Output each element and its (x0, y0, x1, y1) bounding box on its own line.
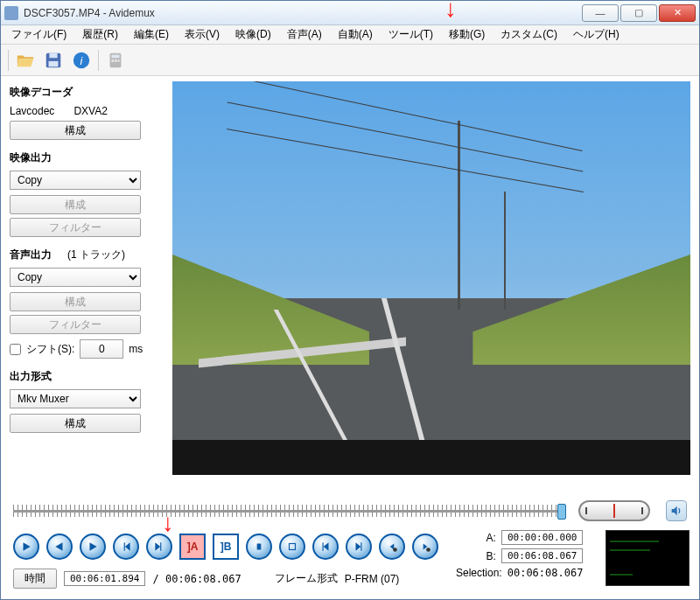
selection-time: 00:06:08.067 (508, 567, 584, 579)
decoder-config-button[interactable]: 構成 (10, 121, 141, 140)
calculator-icon[interactable] (104, 49, 127, 72)
close-button[interactable]: ✕ (659, 4, 696, 22)
set-b-button[interactable]: ]B (213, 534, 239, 560)
menu-help[interactable]: ヘルプ(H) (566, 25, 626, 44)
audio-config-button[interactable]: 構成 (10, 292, 141, 311)
menu-go[interactable]: 移動(G) (442, 25, 492, 44)
app-window: DSCF3057.MP4 - Avidemux ― ▢ ✕ ファイル(F) 履歴… (0, 0, 700, 600)
audio-out-heading: 音声出力 (10, 248, 52, 262)
menu-recent[interactable]: 履歴(R) (75, 25, 125, 44)
open-icon[interactable] (14, 49, 37, 72)
goto-end-button[interactable] (346, 534, 372, 560)
total-time: / 00:06:08.067 (152, 573, 241, 585)
audio-tracks: (1 トラック) (67, 248, 125, 262)
frame-type-value: P-FRM (07) (345, 573, 400, 585)
decoder-name: Lavcodec (10, 105, 54, 117)
jog-wheel[interactable] (578, 500, 650, 521)
toolbar: i (1, 45, 699, 76)
muxer-select[interactable]: Mkv Muxer (10, 389, 141, 408)
menu-bar: ファイル(F) 履歴(R) 編集(E) 表示(V) 映像(D) 音声(A) 自動… (1, 25, 699, 45)
menu-custom[interactable]: カスタム(C) (494, 25, 564, 44)
video-filter-button[interactable]: フィルター (10, 218, 141, 237)
menu-video[interactable]: 映像(D) (228, 25, 278, 44)
a-time: 00:00:00.000 (501, 530, 583, 545)
svg-rect-10 (257, 544, 262, 550)
a-label: A: (486, 532, 496, 544)
app-icon (4, 6, 18, 20)
shift-checkbox[interactable] (10, 344, 21, 355)
playback-controls: ↓ ]A ]B (13, 534, 438, 560)
video-codec-select[interactable]: Copy (10, 171, 141, 190)
left-panel: 映像デコーダ Lavcodec DXVA2 構成 映像出力 Copy 構成 フィ… (10, 81, 164, 495)
prev-frame-button[interactable] (46, 534, 73, 560)
time-button[interactable]: 時間 (13, 569, 57, 589)
svg-rect-8 (115, 59, 117, 62)
svg-point-13 (426, 548, 430, 552)
shift-input[interactable] (80, 339, 123, 359)
svg-point-12 (393, 548, 397, 552)
video-out-heading: 映像出力 (10, 150, 164, 165)
prev-black-button[interactable] (379, 534, 405, 560)
menu-audio[interactable]: 音声(A) (280, 25, 329, 44)
svg-rect-2 (49, 60, 59, 66)
play-button[interactable] (13, 534, 39, 560)
maximize-button[interactable]: ▢ (620, 4, 657, 22)
prev-keyframe-button[interactable] (113, 534, 139, 560)
annotation-arrow-a: ↓ (162, 509, 174, 537)
menu-view[interactable]: 表示(V) (178, 25, 227, 44)
selection-panel: A:00:00:00.000 B:00:06:08.067 Selection:… (456, 530, 588, 590)
separator (98, 50, 99, 71)
menu-auto[interactable]: 自動(A) (331, 25, 380, 44)
frame-type-label: フレーム形式 (275, 571, 338, 586)
menu-edit[interactable]: 編集(E) (127, 25, 176, 44)
minimize-button[interactable]: ― (582, 4, 619, 22)
set-a-button[interactable]: ]A (179, 534, 206, 560)
svg-rect-6 (111, 54, 119, 58)
b-time: 00:06:08.067 (501, 548, 583, 563)
info-icon[interactable]: i (70, 49, 93, 72)
menu-tools[interactable]: ツール(T) (382, 25, 440, 44)
shift-unit: ms (129, 343, 143, 355)
b-label: B: (486, 550, 496, 562)
timeline-slider[interactable] (13, 502, 563, 520)
svg-rect-11 (290, 544, 296, 550)
window-title: DSCF3057.MP4 - Avidemux (24, 7, 582, 19)
timeline-thumb[interactable] (557, 504, 566, 520)
audio-filter-button[interactable]: フィルター (10, 315, 141, 334)
next-keyframe-button[interactable] (146, 534, 172, 560)
video-preview (172, 81, 690, 475)
next-black-button[interactable] (412, 534, 438, 560)
title-bar[interactable]: DSCF3057.MP4 - Avidemux ― ▢ ✕ (1, 1, 699, 25)
decoder-heading: 映像デコーダ (10, 85, 164, 100)
current-time[interactable]: 00:06:01.894 (64, 571, 145, 586)
menu-file[interactable]: ファイル(F) (4, 25, 74, 44)
audio-codec-select[interactable]: Copy (10, 268, 141, 287)
timeline-area: ↓ ↓ ] (1, 495, 699, 599)
goto-start-button[interactable] (312, 534, 339, 560)
svg-rect-9 (118, 59, 120, 62)
annotation-arrow-slider: ↓ (444, 0, 457, 23)
next-frame-button[interactable] (80, 534, 106, 560)
selection-label: Selection: (456, 567, 502, 579)
delete-button[interactable] (279, 534, 305, 560)
volume-button[interactable] (666, 500, 687, 521)
shift-label: シフト(S): (26, 342, 74, 357)
svg-rect-1 (49, 52, 57, 58)
audio-monitor (606, 530, 690, 590)
decoder-hw: DXVA2 (74, 105, 107, 117)
muxer-config-button[interactable]: 構成 (10, 414, 141, 433)
output-format-heading: 出力形式 (10, 369, 164, 384)
svg-rect-7 (111, 59, 114, 62)
separator (8, 50, 9, 71)
video-config-button[interactable]: 構成 (10, 195, 141, 214)
save-icon[interactable] (42, 49, 65, 72)
cut-button[interactable] (246, 534, 272, 560)
